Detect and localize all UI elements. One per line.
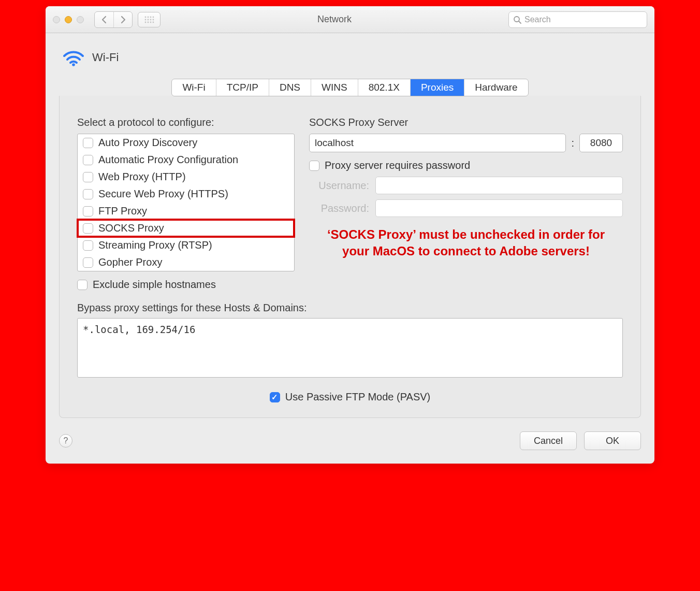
svg-point-3 — [153, 16, 154, 18]
proxy-port-input[interactable] — [579, 134, 623, 152]
preferences-window: Network Search Wi-Fi Wi-FiTCP/IPDNSWINS8… — [46, 6, 654, 464]
requires-password-checkbox[interactable] — [309, 161, 319, 171]
svg-point-0 — [145, 16, 147, 18]
tab-hardware[interactable]: Hardware — [464, 79, 528, 96]
pasv-checkbox[interactable] — [270, 392, 280, 402]
tab-strip: Wi-FiTCP/IPDNSWINS802.1XProxiesHardware — [171, 79, 528, 96]
svg-point-9 — [148, 21, 149, 23]
svg-point-2 — [150, 16, 152, 18]
protocol-row[interactable]: FTP Proxy — [78, 203, 294, 220]
protocol-row[interactable]: Automatic Proxy Configuration — [78, 151, 294, 168]
protocol-checkbox[interactable] — [83, 257, 93, 268]
svg-point-1 — [148, 16, 149, 18]
annotation-text: ‘SOCKS Proxy’ must be unchecked in order… — [309, 226, 623, 260]
forward-button[interactable] — [113, 12, 132, 27]
window-controls — [53, 16, 84, 23]
tab-wi-fi[interactable]: Wi-Fi — [172, 79, 216, 96]
cancel-button[interactable]: Cancel — [520, 431, 577, 450]
minimize-window-button[interactable] — [65, 16, 72, 23]
protocol-row[interactable]: Auto Proxy Discovery — [78, 134, 294, 151]
close-window-button[interactable] — [53, 16, 60, 23]
protocol-checkbox[interactable] — [83, 206, 93, 217]
protocol-section-label: Select a protocol to configure: — [77, 117, 295, 128]
protocol-row[interactable]: Web Proxy (HTTP) — [78, 168, 294, 185]
svg-point-10 — [150, 21, 152, 23]
exclude-simple-label: Exclude simple hostnames — [93, 279, 216, 291]
svg-point-6 — [150, 19, 152, 20]
password-label: Password: — [309, 203, 369, 214]
back-button[interactable] — [95, 12, 113, 27]
protocol-row[interactable]: Gopher Proxy — [78, 254, 294, 271]
svg-line-13 — [519, 21, 521, 23]
wifi-header: Wi-Fi — [62, 49, 641, 66]
pasv-row[interactable]: Use Passive FTP Mode (PASV) — [77, 391, 623, 403]
svg-point-14 — [72, 63, 75, 66]
titlebar: Network Search — [46, 6, 654, 33]
host-port-separator: : — [571, 137, 574, 149]
proxy-host-input[interactable] — [309, 134, 566, 152]
protocol-label: Auto Proxy Discovery — [98, 137, 197, 149]
svg-point-7 — [153, 19, 154, 20]
protocol-label: FTP Proxy — [98, 205, 147, 217]
protocol-label: Automatic Proxy Configuration — [98, 154, 238, 166]
tab-tcp-ip[interactable]: TCP/IP — [216, 79, 269, 96]
requires-password-label: Proxy server requires password — [325, 160, 470, 171]
nav-back-forward — [94, 11, 133, 28]
search-field[interactable]: Search — [508, 11, 647, 28]
exclude-simple-checkbox[interactable] — [77, 280, 88, 290]
protocol-row[interactable]: SOCKS Proxy — [78, 220, 294, 237]
tab-proxies[interactable]: Proxies — [411, 79, 464, 96]
protocol-label: Secure Web Proxy (HTTPS) — [98, 188, 228, 200]
search-placeholder: Search — [524, 15, 551, 24]
svg-point-8 — [145, 21, 147, 23]
protocol-checkbox[interactable] — [83, 138, 93, 148]
panel-title: Wi-Fi — [92, 51, 119, 64]
username-input[interactable] — [375, 177, 623, 194]
server-section-label: SOCKS Proxy Server — [309, 117, 623, 128]
svg-point-4 — [145, 19, 147, 20]
protocol-checkbox[interactable] — [83, 189, 93, 199]
show-all-button[interactable] — [138, 12, 161, 27]
bypass-textarea[interactable] — [77, 318, 623, 378]
zoom-window-button[interactable] — [77, 16, 84, 23]
protocol-row[interactable]: Streaming Proxy (RTSP) — [78, 237, 294, 254]
protocol-list[interactable]: Auto Proxy DiscoveryAutomatic Proxy Conf… — [77, 134, 295, 271]
protocol-checkbox[interactable] — [83, 223, 93, 234]
protocol-checkbox[interactable] — [83, 172, 93, 182]
bypass-label: Bypass proxy settings for these Hosts & … — [77, 302, 623, 314]
proxies-panel: Select a protocol to configure: Auto Pro… — [59, 96, 641, 418]
tab-dns[interactable]: DNS — [269, 79, 311, 96]
username-label: Username: — [309, 180, 369, 192]
exclude-simple-row[interactable]: Exclude simple hostnames — [77, 279, 295, 291]
pasv-label: Use Passive FTP Mode (PASV) — [285, 391, 430, 403]
ok-button[interactable]: OK — [584, 431, 641, 450]
protocol-label: Gopher Proxy — [98, 256, 162, 268]
protocol-label: Streaming Proxy (RTSP) — [98, 239, 212, 251]
protocol-label: SOCKS Proxy — [98, 222, 164, 234]
window-title: Network — [166, 14, 503, 25]
search-icon — [513, 16, 521, 24]
tab-wins[interactable]: WINS — [311, 79, 358, 96]
requires-password-row[interactable]: Proxy server requires password — [309, 160, 623, 171]
svg-point-5 — [148, 19, 149, 20]
protocol-checkbox[interactable] — [83, 240, 93, 251]
protocol-row[interactable]: Secure Web Proxy (HTTPS) — [78, 185, 294, 203]
password-input[interactable] — [375, 199, 623, 217]
protocol-checkbox[interactable] — [83, 155, 93, 165]
tab-802-1x[interactable]: 802.1X — [358, 79, 411, 96]
svg-point-11 — [153, 21, 154, 23]
help-button[interactable]: ? — [59, 434, 72, 448]
protocol-label: Web Proxy (HTTP) — [98, 171, 186, 183]
wifi-icon — [62, 49, 85, 66]
